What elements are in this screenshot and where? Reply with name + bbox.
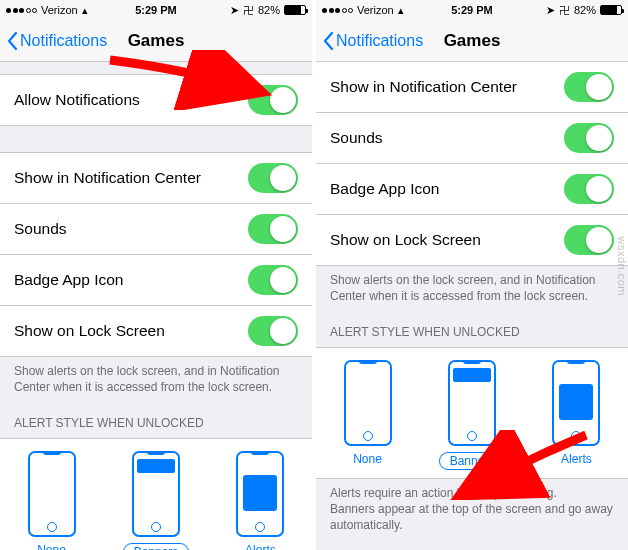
right-phone: Verizon ▴ 5:29 PM ➤ ࿖ 82% Notifications … <box>316 0 628 550</box>
alert-style-banners[interactable]: Banners <box>123 451 190 550</box>
alert-style-row: None Banners Alerts <box>0 438 312 550</box>
cell-label: Sounds <box>14 220 67 238</box>
alert-label: None <box>37 543 66 550</box>
toggle-switch[interactable] <box>248 163 298 193</box>
section-header: ALERT STYLE WHEN UNLOCKED <box>316 310 628 346</box>
toggle-switch[interactable] <box>248 85 298 115</box>
alert-style-alerts[interactable]: Alerts <box>236 451 284 550</box>
clock-label: 5:29 PM <box>135 4 177 16</box>
carrier-label: Verizon <box>41 4 78 16</box>
badge-row[interactable]: Badge App Icon <box>316 164 628 215</box>
location-icon: ➤ <box>230 4 239 17</box>
phone-outline-icon <box>448 360 496 446</box>
phone-outline-icon <box>236 451 284 537</box>
phone-outline-icon <box>344 360 392 446</box>
nav-bar: Notifications Games <box>0 20 312 62</box>
cell-label: Show in Notification Center <box>14 169 201 187</box>
cell-label: Sounds <box>330 129 383 147</box>
phone-outline-icon <box>28 451 76 537</box>
alert-label: None <box>353 452 382 466</box>
battery-pct: 82% <box>574 4 596 16</box>
toggle-switch[interactable] <box>564 123 614 153</box>
cell-label: Show in Notification Center <box>330 78 517 96</box>
alert-style-none[interactable]: None <box>344 360 392 470</box>
signal-icon <box>322 8 353 13</box>
toggle-switch[interactable] <box>248 316 298 346</box>
cell-label: Badge App Icon <box>330 180 439 198</box>
badge-row[interactable]: Badge App Icon <box>0 255 312 306</box>
wifi-icon: ▴ <box>398 4 404 17</box>
section-header: ALERT STYLE WHEN UNLOCKED <box>0 401 312 437</box>
back-label: Notifications <box>336 32 423 50</box>
content: Show in Notification Center Sounds Badge… <box>316 62 628 550</box>
toggle-switch[interactable] <box>564 225 614 255</box>
wifi-icon: ▴ <box>82 4 88 17</box>
status-bar: Verizon ▴ 5:29 PM ➤ ࿖ 82% <box>0 0 312 20</box>
alert-label: Alerts <box>561 452 592 466</box>
page-title: Games <box>128 31 185 51</box>
footer-text: Show alerts on the lock screen, and in N… <box>316 266 628 310</box>
toggle-switch[interactable] <box>564 72 614 102</box>
sounds-row[interactable]: Sounds <box>0 204 312 255</box>
cell-label: Show on Lock Screen <box>330 231 481 249</box>
page-title: Games <box>444 31 501 51</box>
show-nc-row[interactable]: Show in Notification Center <box>316 62 628 113</box>
alert-label: Banners <box>439 452 506 470</box>
signal-icon <box>6 8 37 13</box>
battery-icon <box>600 5 622 15</box>
content: Allow Notifications Show in Notification… <box>0 62 312 550</box>
location-icon: ➤ <box>546 4 555 17</box>
lockscreen-row[interactable]: Show on Lock Screen <box>0 306 312 357</box>
status-bar: Verizon ▴ 5:29 PM ➤ ࿖ 82% <box>316 0 628 20</box>
alert-style-alerts[interactable]: Alerts <box>552 360 600 470</box>
watermark: wsxdn.com <box>616 236 628 296</box>
footer-text: Show alerts on the lock screen, and in N… <box>0 357 312 401</box>
toggle-switch[interactable] <box>248 265 298 295</box>
chevron-left-icon <box>322 31 334 51</box>
chevron-left-icon <box>6 31 18 51</box>
section-header: GAMES OPTIONS <box>316 539 628 550</box>
alert-style-row: None Banners Alerts <box>316 347 628 479</box>
cell-label: Allow Notifications <box>14 91 140 109</box>
cell-label: Badge App Icon <box>14 271 123 289</box>
carrier-label: Verizon <box>357 4 394 16</box>
cell-label: Show on Lock Screen <box>14 322 165 340</box>
battery-icon <box>284 5 306 15</box>
clock-label: 5:29 PM <box>451 4 493 16</box>
back-label: Notifications <box>20 32 107 50</box>
allow-notifications-row[interactable]: Allow Notifications <box>0 74 312 126</box>
battery-pct: 82% <box>258 4 280 16</box>
alert-style-none[interactable]: None <box>28 451 76 550</box>
alert-label: Alerts <box>245 543 276 550</box>
phone-outline-icon <box>132 451 180 537</box>
alert-label: Banners <box>123 543 190 550</box>
show-nc-row[interactable]: Show in Notification Center <box>0 152 312 204</box>
toggle-switch[interactable] <box>248 214 298 244</box>
left-phone: Verizon ▴ 5:29 PM ➤ ࿖ 82% Notifications … <box>0 0 312 550</box>
bluetooth-icon: ࿖ <box>243 4 254 16</box>
back-button[interactable]: Notifications <box>322 31 423 51</box>
nav-bar: Notifications Games <box>316 20 628 62</box>
alert-style-banners[interactable]: Banners <box>439 360 506 470</box>
sounds-row[interactable]: Sounds <box>316 113 628 164</box>
toggle-switch[interactable] <box>564 174 614 204</box>
bluetooth-icon: ࿖ <box>559 4 570 16</box>
footer-text: Alerts require an action before proceedi… <box>316 479 628 540</box>
phone-outline-icon <box>552 360 600 446</box>
back-button[interactable]: Notifications <box>6 31 107 51</box>
lockscreen-row[interactable]: Show on Lock Screen <box>316 215 628 266</box>
